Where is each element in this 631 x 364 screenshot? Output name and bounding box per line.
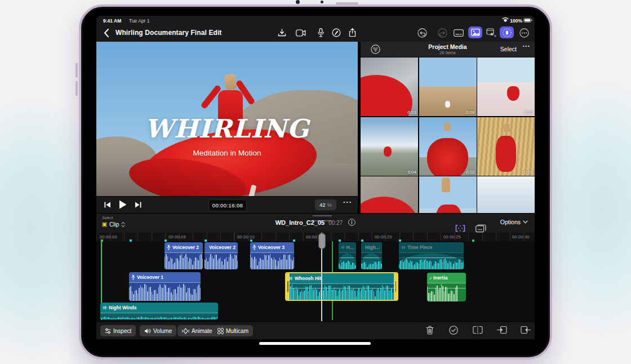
redo-icon[interactable] bbox=[436, 27, 448, 38]
timeline-marker[interactable] bbox=[250, 239, 252, 242]
insert-clip-icon[interactable] bbox=[497, 326, 507, 334]
options-button[interactable]: Options bbox=[500, 219, 521, 225]
trim-handle-right[interactable] bbox=[396, 281, 397, 292]
playhead-handle[interactable] bbox=[318, 233, 326, 249]
thumb-duration: 0:03 bbox=[407, 110, 416, 115]
trim-handle-left[interactable] bbox=[287, 281, 288, 292]
mic-icon bbox=[131, 274, 135, 280]
approve-icon[interactable] bbox=[449, 326, 458, 335]
timeline-marker[interactable] bbox=[339, 239, 341, 242]
thumb-art bbox=[384, 147, 392, 157]
media-thumbnail[interactable]: 0:04 bbox=[361, 117, 418, 176]
share-icon[interactable] bbox=[346, 27, 358, 38]
split-clip-icon[interactable] bbox=[473, 326, 483, 334]
undo-icon[interactable] bbox=[416, 27, 428, 38]
media-thumbnail[interactable]: 0:06 bbox=[477, 117, 535, 176]
volume-down-button[interactable] bbox=[75, 81, 78, 96]
timeline-tracks[interactable]: Voiceover 2 Voiceover 2 Voiceover 3 H...… bbox=[96, 241, 535, 321]
front-camera bbox=[296, 0, 300, 4]
bottom-toolbar: Inspect Volume Animate Multicam bbox=[96, 321, 535, 340]
selected-clip-duration: 00:27 bbox=[328, 220, 343, 226]
mic-icon bbox=[252, 245, 256, 250]
timeline-marker[interactable] bbox=[399, 239, 401, 242]
record-voiceover-icon[interactable] bbox=[315, 27, 326, 38]
video-viewer[interactable]: WHIRLING Meditation in Motion bbox=[96, 42, 358, 196]
project-media-header: Project Media 26 Items Select ··· bbox=[361, 42, 535, 57]
clip-label: Night Winds bbox=[109, 305, 137, 310]
effects-browser-icon[interactable] bbox=[484, 26, 498, 38]
music-note-icon: ♪ bbox=[429, 276, 432, 281]
thumb-art bbox=[442, 177, 450, 192]
media-thumbnail[interactable]: 0:03 bbox=[361, 57, 418, 116]
animate-button[interactable]: Animate bbox=[177, 325, 217, 336]
viewer-zoom-control[interactable]: 42 % bbox=[315, 199, 336, 210]
inspect-button[interactable]: Inspect bbox=[100, 325, 136, 336]
timecode-display[interactable]: 00:00:16:08 bbox=[208, 199, 247, 211]
media-thumbnail[interactable]: 0:02 bbox=[419, 117, 477, 176]
timeline-clip-voiceover2b[interactable]: Voiceover 2 bbox=[205, 242, 238, 269]
magnetic-timeline-icon[interactable] bbox=[454, 223, 467, 234]
thumb-duration: 0:06 bbox=[524, 170, 533, 175]
timeline-marker[interactable] bbox=[361, 239, 363, 242]
volume-up-button[interactable] bbox=[75, 63, 78, 78]
toolbar-divider bbox=[134, 326, 135, 336]
waveform-icon bbox=[103, 305, 107, 310]
back-button[interactable] bbox=[104, 29, 109, 37]
timeline-marker[interactable] bbox=[293, 239, 295, 242]
media-thumbnail[interactable]: 0:10 bbox=[477, 57, 535, 116]
media-thumbnail[interactable]: 0:09 bbox=[419, 57, 477, 116]
viewer-more-icon[interactable]: ··· bbox=[343, 198, 352, 206]
thumb-duration: 0:04 bbox=[407, 170, 416, 175]
timeline-clip-voiceover2[interactable]: Voiceover 2 bbox=[165, 242, 203, 269]
timeline-clip-voiceover3[interactable]: Voiceover 3 bbox=[250, 242, 294, 269]
thumb-art bbox=[504, 124, 510, 132]
more-icon[interactable] bbox=[518, 27, 530, 38]
timeline-clip-whoosh-hit[interactable]: Whoosh Hit bbox=[285, 272, 398, 301]
media-thumbnail[interactable] bbox=[419, 176, 477, 213]
panel-more-icon[interactable]: ··· bbox=[523, 42, 531, 50]
timeline-clip-high[interactable]: High... bbox=[361, 242, 382, 269]
media-thumbnail[interactable] bbox=[361, 176, 418, 213]
timeline-clip-time-piece[interactable]: Time Piece bbox=[399, 242, 464, 269]
timeline-marker[interactable] bbox=[101, 239, 103, 242]
timeline-marker[interactable] bbox=[205, 239, 207, 242]
annotate-icon[interactable] bbox=[331, 28, 342, 38]
top-button[interactable] bbox=[336, 2, 358, 5]
skip-to-start-icon[interactable] bbox=[104, 202, 111, 208]
clip-label: Inertia bbox=[433, 275, 448, 281]
delete-icon[interactable] bbox=[426, 326, 434, 335]
thumb-duration: 0:09 bbox=[466, 110, 475, 115]
extract-clip-icon[interactable] bbox=[521, 326, 531, 334]
play-button[interactable] bbox=[119, 200, 127, 209]
volume-button[interactable]: Volume bbox=[140, 325, 176, 336]
dancer-hat bbox=[224, 74, 237, 90]
timeline-clip-night-winds[interactable]: Night Winds bbox=[100, 303, 218, 319]
date: Tue Apr 1 bbox=[129, 18, 150, 24]
info-icon[interactable] bbox=[348, 219, 356, 226]
timeline-clip-inertia[interactable]: ♪Inertia bbox=[427, 273, 466, 301]
multicam-icon bbox=[217, 328, 224, 334]
titles-icon[interactable] bbox=[452, 28, 465, 38]
record-video-icon[interactable] bbox=[295, 28, 307, 38]
timeline-marker[interactable] bbox=[472, 239, 474, 242]
multicam-button[interactable]: Multicam bbox=[213, 325, 253, 336]
timeline-marker[interactable] bbox=[130, 239, 132, 242]
import-icon[interactable] bbox=[275, 28, 288, 38]
home-indicator[interactable] bbox=[259, 342, 371, 345]
timeline-clip-h[interactable]: H... bbox=[339, 242, 356, 269]
ruler-label: 00:00:00 bbox=[100, 234, 117, 239]
project-media-panel: Project Media 26 Items Select ··· 0:03 0… bbox=[361, 42, 535, 213]
jog-wheel-toggle-icon[interactable] bbox=[500, 26, 514, 38]
timeline-marker[interactable] bbox=[165, 239, 167, 242]
media-browser-icon[interactable] bbox=[468, 26, 482, 38]
select-button[interactable]: Select bbox=[500, 46, 517, 52]
timeline-ruler[interactable]: 00:00:00 00:00:05 00:00:10 00:00:15 00:0… bbox=[96, 233, 535, 242]
skip-to-end-icon[interactable] bbox=[135, 202, 141, 208]
timeline-clip-voiceover1[interactable]: Voiceover 1 bbox=[129, 272, 201, 301]
transport-bar: 00:00:16:08 42 % ··· bbox=[96, 196, 358, 214]
battery-icon bbox=[523, 18, 532, 23]
selected-clip-name: WD_Intro_C2_05 bbox=[275, 219, 325, 226]
overlay-view-icon[interactable] bbox=[474, 223, 487, 234]
top-toolbar: Whirling Documentary Final Edit bbox=[96, 24, 535, 42]
media-thumbnail[interactable] bbox=[477, 176, 535, 213]
